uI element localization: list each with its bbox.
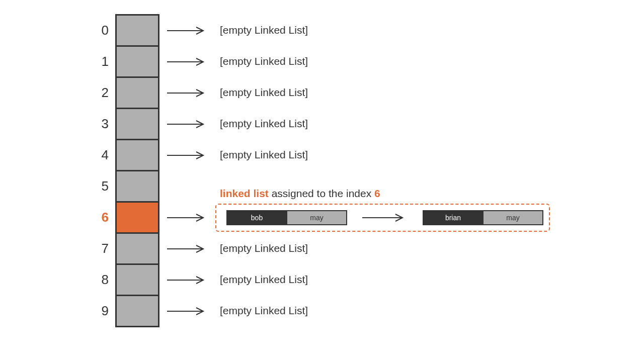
linked-list-caption: linked list assigned to the index 6 [220, 188, 380, 200]
index-label-3: 3 [91, 116, 109, 132]
bucket-label-9: [empty Linked List] [220, 305, 308, 317]
bucket-label-1: [empty Linked List] [220, 55, 308, 67]
bucket-label-7: [empty Linked List] [220, 242, 308, 254]
index-label-8: 8 [91, 272, 109, 288]
bucket-label-8: [empty Linked List] [220, 274, 308, 286]
arrow-icon [167, 245, 207, 253]
arrow-icon [167, 276, 207, 284]
array-cell-0 [117, 14, 158, 45]
caption-strong-2: 6 [374, 188, 380, 199]
node-key: bob [227, 211, 286, 224]
linked-list-node-1: bob may [226, 210, 347, 225]
array-cell-7 [117, 232, 158, 263]
arrow-icon [167, 27, 207, 35]
array-cell-6 [117, 201, 158, 232]
index-label-0: 0 [91, 23, 109, 38]
index-label-9: 9 [91, 303, 109, 319]
bucket-label-0: [empty Linked List] [220, 24, 308, 36]
linked-list-node-2: brian may [423, 210, 543, 225]
array-cell-4 [117, 139, 158, 170]
array-cell-9 [117, 295, 158, 326]
index-label-7: 7 [91, 241, 109, 256]
caption-text: assigned to the index [269, 188, 374, 199]
array-cell-5 [117, 170, 158, 201]
bucket-label-3: [empty Linked List] [220, 118, 308, 130]
array-cell-1 [117, 45, 158, 76]
bucket-label-4: [empty Linked List] [220, 149, 308, 161]
node-value: may [286, 211, 346, 224]
arrow-icon [167, 307, 207, 315]
arrow-icon [167, 214, 207, 222]
arrow-icon [167, 151, 207, 159]
array-cell-3 [117, 108, 158, 139]
index-label-2: 2 [91, 85, 109, 101]
index-label-1: 1 [91, 54, 109, 69]
hash-table-diagram: 0 1 2 3 4 5 6 7 8 9 [empty Linked List] … [0, 0, 644, 362]
index-label-4: 4 [91, 147, 109, 163]
node-key: brian [424, 211, 482, 224]
bucket-label-2: [empty Linked List] [220, 86, 308, 99]
arrow-icon [167, 58, 207, 66]
arrow-icon [167, 89, 207, 97]
array-cell-8 [117, 263, 158, 295]
node-value: may [482, 211, 542, 224]
hash-array [115, 14, 159, 327]
index-label-5: 5 [91, 178, 109, 194]
arrow-icon [167, 120, 207, 128]
array-cell-2 [117, 76, 158, 108]
arrow-icon [362, 214, 408, 222]
caption-strong-1: linked list [220, 188, 269, 199]
index-label-6: 6 [91, 210, 109, 225]
